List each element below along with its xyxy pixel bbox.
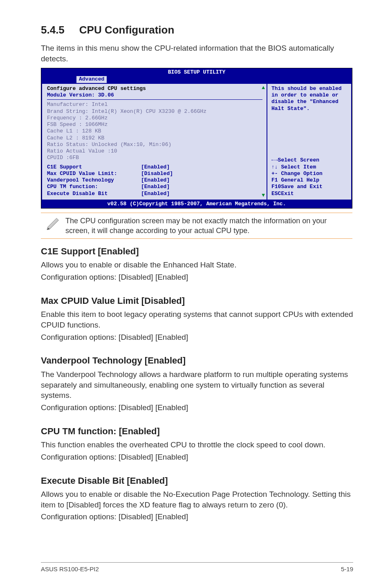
bios-key-change-option: +- Change Option (271, 171, 348, 177)
bios-option-label: CPU TM function: (47, 184, 141, 190)
bios-key-save-exit: F10Save and Exit (271, 184, 348, 190)
bios-option-execdisable[interactable]: Execute Disable Bit [Enabled] (47, 191, 262, 197)
section-heading: 5.4.5CPU Configuration (41, 23, 353, 37)
bios-info-brand: Brand String: Intel(R) Xeon(R) CPU X3230… (47, 108, 262, 115)
bios-screenshot: BIOS SETUP UTILITY Advanced ▲ Configure … (41, 68, 352, 209)
heading-c1e: C1E Support [Enabled] (41, 245, 353, 258)
bios-info-ratio-status: Ratio Status: Unlocked (Max:10, Min:06) (47, 141, 262, 148)
bios-tab-row: Advanced (41, 76, 352, 83)
bios-option-value: [Enabled] (141, 177, 170, 184)
bios-option-c1e[interactable]: C1E Support [Enabled] (47, 164, 262, 171)
page-footer: ASUS RS100-E5-PI2 5-19 (41, 562, 353, 573)
paragraph-max-1: Enable this item to boot legacy operatin… (41, 309, 353, 330)
bios-left-pane: ▲ Configure advanced CPU settings Module… (42, 84, 267, 200)
bios-option-label: Execute Disable Bit (47, 191, 141, 197)
paragraph-tm-1: This function enables the overheated CPU… (41, 440, 353, 450)
svg-marker-0 (47, 218, 58, 230)
bios-key-select-screen: ←→Select Screen (271, 157, 348, 164)
scroll-up-icon[interactable]: ▲ (262, 85, 265, 91)
heading-execdisable: Execute Disable Bit [Enabled] (41, 475, 353, 487)
bios-key-exit: ESCExit (271, 191, 348, 197)
paragraph-vander-2: Configuration options: [Disabled] [Enabl… (41, 402, 353, 413)
bios-body: ▲ Configure advanced CPU settings Module… (41, 83, 352, 200)
paragraph-xd-2: Configuration options: [Disabled] [Enabl… (41, 512, 353, 522)
bios-right-pane: This should be enabled in order to enabl… (267, 84, 351, 200)
bios-option-value: [Enabled] (141, 191, 170, 197)
paragraph-xd-1: Allows you to enable or disable the No-E… (41, 489, 353, 510)
bios-info-cache-l1: Cache L1 : 128 KB (47, 128, 262, 135)
bios-info-frequency: Frequency : 2.66GHz (47, 115, 262, 121)
bios-key-help: ←→Select Screen ↑↓ Select Item +- Change… (271, 157, 348, 197)
bios-info-cpuid: CPUID :6FB (47, 155, 262, 161)
bios-info-fsb: FSB Speed : 1066MHz (47, 121, 262, 128)
heading-vanderpool: Vanderpool Technology [Enabled] (41, 355, 353, 367)
footer-right: 5-19 (341, 565, 353, 573)
bios-help-text: This should be enabled in order to enabl… (271, 85, 348, 112)
footer-left: ASUS RS100-E5-PI2 (41, 565, 99, 573)
note-callout: The CPU configuration screen may be not … (41, 213, 352, 239)
paragraph-max-2: Configuration options: [Disabled] [Enabl… (41, 332, 353, 343)
bios-option-label: Vanderpool Technology (47, 177, 141, 184)
paragraph-c1e-1: Allows you to enable or disable the Enha… (41, 260, 353, 270)
paragraph-tm-2: Configuration options: [Disabled] [Enabl… (41, 452, 353, 462)
bios-option-vanderpool[interactable]: Vanderpool Technology [Enabled] (47, 177, 262, 184)
bios-option-value: [Disabled] (141, 171, 173, 177)
bios-info-ratio-actual: Ratio Actual Value :10 (47, 148, 262, 155)
paragraph-c1e-2: Configuration options: [Disabled] [Enabl… (41, 272, 353, 283)
bios-option-maxcpuid[interactable]: Max CPUID Value Limit: [Disabled] (47, 171, 262, 177)
heading-maxcpuid: Max CPUID Value Limit [Disabled] (41, 295, 353, 307)
bios-option-cputm[interactable]: CPU TM function: [Enabled] (47, 184, 262, 190)
bios-module-version: Module Version: 3D.06 (47, 92, 262, 99)
bios-info-manufacturer: Manufacturer: Intel (47, 101, 262, 108)
note-text: The CPU configuration screen may be not … (65, 215, 352, 236)
bios-config-title: Configure advanced CPU settings (47, 85, 262, 92)
bios-tab-advanced[interactable]: Advanced (76, 76, 107, 83)
pencil-icon (41, 215, 65, 232)
bios-option-value: [Enabled] (141, 184, 170, 190)
bios-key-general-help: F1 General Help (271, 177, 348, 184)
bios-footer: v02.58 (C)Copyright 1985-2007, American … (41, 200, 352, 208)
section-number: 5.4.5 (41, 23, 65, 37)
lead-paragraph: The items in this menu show the CPU-rela… (41, 43, 353, 64)
bios-option-label: Max CPUID Value Limit: (47, 171, 141, 177)
bios-option-label: C1E Support (47, 164, 141, 171)
bios-option-value: [Enabled] (141, 164, 170, 171)
scroll-down-icon[interactable]: ▼ (262, 192, 265, 199)
heading-cputm: CPU TM function: [Enabled] (41, 425, 353, 438)
bios-title: BIOS SETUP UTILITY (41, 68, 352, 76)
bios-divider (47, 99, 262, 100)
bios-key-select-item: ↑↓ Select Item (271, 164, 348, 171)
bios-info-cache-l2: Cache L2 : 8192 KB (47, 135, 262, 141)
paragraph-vander-1: The Vanderpool Technology allows a hardw… (41, 369, 353, 401)
section-title-text: CPU Configuration (79, 24, 175, 36)
